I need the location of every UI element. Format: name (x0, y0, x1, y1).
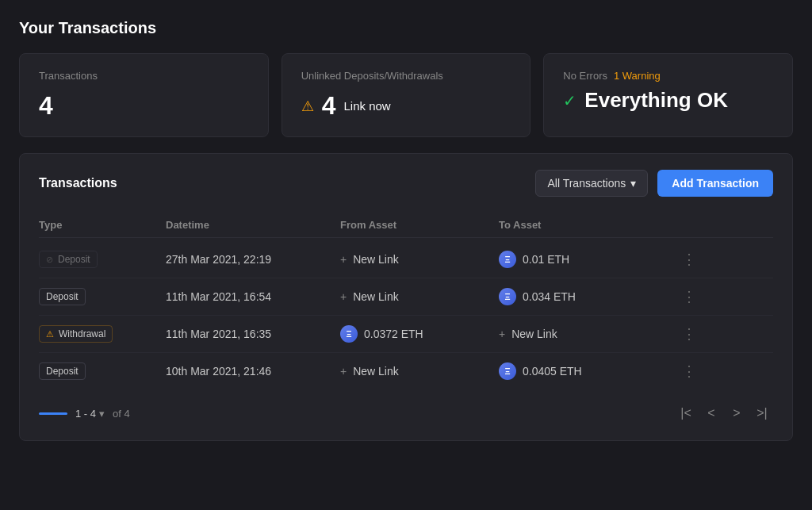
plus-icon: + (340, 365, 347, 378)
type-badge: Deposit (39, 362, 86, 380)
transactions-label: Transactions (39, 70, 249, 82)
panel-header: Transactions All Transactions ▾ Add Tran… (39, 170, 773, 197)
new-link-to[interactable]: New Link (511, 328, 557, 340)
warning-icon: ⚠ (301, 98, 314, 115)
next-page-button[interactable]: > (726, 402, 748, 424)
type-cell: Deposit (39, 362, 166, 380)
new-link-from[interactable]: New Link (353, 365, 399, 378)
plus-icon: + (499, 328, 505, 340)
datetime-cell: 11th Mar 2021, 16:35 (166, 328, 340, 340)
from-asset-cell: + New Link (340, 290, 499, 303)
table-row: ⊘ Deposit 27th Mar 2021, 22:19 + New Lin… (39, 241, 773, 278)
transactions-card: Transactions 4 (19, 53, 269, 137)
eth-icon: Ξ (499, 288, 516, 305)
last-page-button[interactable]: >| (751, 402, 773, 424)
chevron-down-small-icon[interactable]: ▾ (99, 408, 105, 420)
type-badge: Deposit (39, 288, 86, 305)
unlinked-label: Unlinked Deposits/Withdrawals (301, 70, 511, 82)
prev-page-button[interactable]: < (700, 402, 722, 424)
header-controls: All Transactions ▾ Add Transaction (535, 170, 773, 197)
datetime-cell: 10th Mar 2021, 21:46 (166, 365, 340, 378)
col-from: From Asset (340, 219, 499, 231)
eye-off-icon: ⊘ (46, 255, 53, 265)
check-icon: ✓ (563, 91, 576, 110)
col-datetime: Datetime (166, 219, 340, 231)
type-badge: ⚠ Withdrawal (39, 325, 113, 343)
type-cell: ⚠ Withdrawal (39, 325, 166, 343)
more-options-button[interactable]: ⋮ (673, 362, 705, 380)
table-body: ⊘ Deposit 27th Mar 2021, 22:19 + New Lin… (39, 241, 773, 389)
plus-icon: + (340, 253, 347, 266)
table-row: ⚠ Withdrawal 11th Mar 2021, 16:35 Ξ 0.03… (39, 316, 773, 353)
pagination-right: |< < > >| (675, 402, 773, 424)
range-value: 1 - 4 (75, 408, 96, 420)
transactions-value: 4 (39, 91, 249, 121)
to-value: 0.01 ETH (523, 253, 569, 266)
table-row: Deposit 11th Mar 2021, 16:54 + New Link … (39, 278, 773, 316)
warning-badge-icon: ⚠ (46, 329, 54, 339)
status-card: No Errors 1 Warning ✓ Everything OK (543, 53, 793, 137)
new-link-from[interactable]: New Link (353, 290, 399, 303)
summary-cards: Transactions 4 Unlinked Deposits/Withdra… (19, 53, 793, 137)
pagination-left: 1 - 4 ▾ of 4 (39, 408, 130, 420)
pagination-row: 1 - 4 ▾ of 4 |< < > >| (39, 402, 773, 424)
unlinked-count: 4 (322, 91, 336, 121)
to-asset-cell: Ξ 0.034 ETH (499, 288, 673, 305)
col-to: To Asset (499, 219, 673, 231)
col-actions (673, 219, 705, 231)
panel-title: Transactions (39, 176, 117, 190)
no-errors-text: No Errors (563, 70, 607, 82)
unlinked-card: Unlinked Deposits/Withdrawals ⚠ 4 Link n… (282, 53, 531, 137)
pagination-range: 1 - 4 ▾ (75, 408, 105, 420)
unlinked-row: ⚠ 4 Link now (301, 91, 511, 121)
warning-count-text: 1 Warning (614, 70, 661, 82)
table-header: Type Datetime From Asset To Asset (39, 213, 773, 238)
chevron-down-icon: ▾ (630, 177, 636, 190)
filter-label: All Transactions (547, 177, 626, 190)
new-link-from[interactable]: New Link (353, 253, 399, 266)
link-now-button[interactable]: Link now (343, 99, 390, 113)
table-row: Deposit 10th Mar 2021, 21:46 + New Link … (39, 353, 773, 389)
to-asset-cell: Ξ 0.01 ETH (499, 251, 673, 268)
pagination-bar (39, 412, 67, 415)
eth-icon: Ξ (340, 325, 358, 343)
pagination-total: of 4 (113, 408, 130, 420)
page-title: Your Transactions (19, 19, 793, 37)
more-options-button[interactable]: ⋮ (673, 288, 705, 305)
filter-dropdown[interactable]: All Transactions ▾ (535, 170, 648, 197)
type-badge: ⊘ Deposit (39, 251, 98, 268)
status-row: No Errors 1 Warning (563, 70, 773, 82)
from-value: 0.0372 ETH (364, 328, 423, 340)
col-type: Type (39, 219, 166, 231)
transactions-panel: Transactions All Transactions ▾ Add Tran… (19, 153, 793, 441)
to-value: 0.034 ETH (523, 290, 576, 303)
more-options-button[interactable]: ⋮ (673, 251, 705, 268)
to-asset-cell: Ξ 0.0405 ETH (499, 362, 673, 380)
from-asset-cell: Ξ 0.0372 ETH (340, 325, 499, 343)
everything-ok-text: Everything OK (584, 88, 728, 113)
to-value: 0.0405 ETH (523, 365, 582, 378)
from-asset-cell: + New Link (340, 365, 499, 378)
datetime-cell: 27th Mar 2021, 22:19 (166, 253, 340, 266)
eth-icon: Ξ (499, 251, 516, 268)
from-asset-cell: + New Link (340, 253, 499, 266)
type-cell: ⊘ Deposit (39, 251, 166, 268)
to-asset-cell: + New Link (499, 328, 673, 340)
type-cell: Deposit (39, 288, 166, 305)
eth-icon: Ξ (499, 362, 516, 380)
first-page-button[interactable]: |< (675, 402, 697, 424)
more-options-button[interactable]: ⋮ (673, 325, 705, 343)
everything-ok-row: ✓ Everything OK (563, 88, 773, 113)
plus-icon: + (340, 290, 347, 303)
add-transaction-button[interactable]: Add Transaction (657, 170, 773, 197)
datetime-cell: 11th Mar 2021, 16:54 (166, 290, 340, 303)
